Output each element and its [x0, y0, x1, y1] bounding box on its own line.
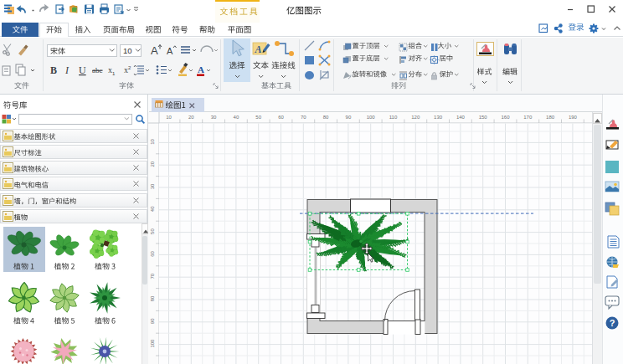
svg-text:140: 140: [456, 115, 466, 120]
svg-text:50: 50: [255, 115, 261, 120]
svg-text:100: 100: [367, 115, 376, 120]
svg-text:A: A: [167, 46, 173, 56]
svg-text:10: 10: [166, 115, 172, 120]
svg-text:20: 20: [188, 115, 194, 120]
svg-text:I: I: [64, 64, 70, 76]
svg-text:100: 100: [150, 338, 155, 347]
svg-text:A: A: [198, 64, 204, 74]
svg-text:70: 70: [301, 115, 306, 120]
svg-text:30: 30: [211, 115, 217, 120]
svg-text:80: 80: [150, 295, 155, 301]
svg-text:U: U: [79, 64, 86, 76]
svg-text:40: 40: [234, 115, 239, 120]
svg-text:1: 1: [112, 71, 116, 76]
svg-text:90: 90: [346, 115, 352, 120]
svg-text:B: B: [50, 64, 57, 76]
svg-text:180: 180: [546, 115, 555, 120]
svg-text:170: 170: [523, 115, 533, 120]
svg-text:150: 150: [479, 115, 488, 120]
svg-text:20: 20: [150, 161, 155, 167]
svg-text:90: 90: [150, 317, 155, 323]
svg-text:A: A: [151, 44, 158, 57]
svg-text:130: 130: [434, 115, 443, 120]
svg-text:190: 190: [569, 115, 578, 120]
svg-text:abc: abc: [92, 66, 103, 74]
svg-text:50: 50: [150, 228, 155, 233]
svg-text:60: 60: [150, 250, 155, 256]
svg-text:?: ?: [610, 318, 615, 328]
svg-text:70: 70: [150, 273, 155, 279]
svg-text:120: 120: [411, 115, 420, 120]
svg-text:30: 30: [150, 183, 155, 189]
svg-text:2: 2: [128, 65, 131, 70]
svg-text:10: 10: [150, 138, 155, 144]
svg-text:A: A: [255, 44, 262, 55]
svg-text:40: 40: [150, 205, 155, 211]
svg-text:160: 160: [501, 115, 510, 120]
svg-text:110: 110: [389, 115, 398, 120]
svg-text:60: 60: [278, 115, 284, 120]
svg-text:80: 80: [323, 115, 329, 120]
